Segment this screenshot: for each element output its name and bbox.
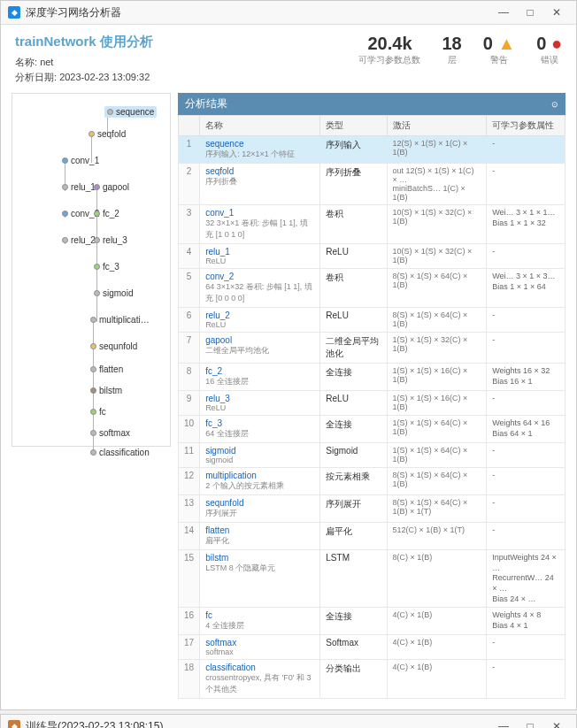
graph-node[interactable]: fc_2 bbox=[94, 209, 119, 218]
stat-warn-value: 0 bbox=[483, 34, 493, 53]
table-row[interactable]: 8fc_216 全连接层全连接1(S) × 1(S) × 16(C) × 1(B… bbox=[179, 364, 565, 391]
table-panel: 分析结果 ⊙ 名称 类型 激活 可学习参数属性 1sequence序列输入: 1… bbox=[178, 93, 565, 699]
table-row[interactable]: 9relu_3ReLUReLU1(S) × 1(S) × 16(C) × 1(B… bbox=[179, 391, 565, 416]
network-name: net bbox=[40, 57, 53, 67]
col-name[interactable]: 名称 bbox=[200, 116, 320, 136]
table-row[interactable]: 14flatten扁平化扁平化512(C) × 1(B) × 1(T)- bbox=[179, 523, 565, 550]
close-button[interactable]: ✕ bbox=[544, 4, 569, 20]
table-row[interactable]: 11sigmoidsigmoidSigmoid1(S) × 1(S) × 64(… bbox=[179, 443, 565, 468]
minimize-button[interactable]: — bbox=[491, 718, 516, 728]
table-row[interactable]: 1sequence序列输入: 12×1×1 个特征序列输入12(S) × 1(S… bbox=[179, 136, 565, 164]
graph-node[interactable]: sigmoid bbox=[94, 288, 133, 298]
stat-params-label: 可学习参数总数 bbox=[358, 54, 420, 66]
graph-node[interactable]: seqfold bbox=[88, 129, 126, 139]
stat-err-label: 错误 bbox=[536, 54, 562, 66]
graph-panel[interactable]: sequenceseqfoldconv_1relu_1gapoolconv_2f… bbox=[12, 93, 171, 447]
window-title-2: 训练导(2023-02-23 13:08:15) bbox=[26, 719, 491, 728]
maximize-button[interactable]: □ bbox=[518, 718, 542, 728]
table-title: 分析结果 bbox=[185, 96, 227, 111]
stat-params-value: 20.4k bbox=[358, 34, 420, 54]
stats-row: 20.4k可学习参数总数 18层 0 ▲警告 0 ●错误 bbox=[358, 34, 562, 66]
stat-layers-value: 18 bbox=[442, 34, 461, 54]
table-row[interactable]: 7gapool二维全局平均池化二维全局平均池化1(S) × 1(S) × 32(… bbox=[179, 333, 565, 364]
minimize-button[interactable]: — bbox=[491, 4, 516, 20]
table-row[interactable]: 13sequnfold序列展开序列展开8(S) × 1(S) × 64(C) ×… bbox=[179, 495, 565, 523]
graph-node[interactable]: fc_3 bbox=[94, 262, 119, 272]
table-row[interactable]: 15bilstmLSTM 8 个隐藏单元LSTM8(C) × 1(B)Input… bbox=[179, 550, 565, 608]
stat-warn-label: 警告 bbox=[483, 54, 515, 66]
graph-node[interactable]: sequence bbox=[104, 106, 157, 118]
graph-node[interactable]: bilstm bbox=[90, 386, 122, 395]
graph-node[interactable]: conv_1 bbox=[62, 156, 99, 165]
graph-node[interactable]: relu_3 bbox=[94, 235, 127, 245]
window-title: 深度学习网络分析器 bbox=[26, 5, 491, 20]
warning-icon: ▲ bbox=[497, 34, 515, 53]
app-icon: ◆ bbox=[8, 6, 20, 19]
titlebar-2: ◆ 训练导(2023-02-23 13:08:15) — □ ✕ bbox=[1, 715, 576, 728]
titlebar: ◆ 深度学习网络分析器 — □ ✕ bbox=[1, 1, 576, 25]
header: trainNetwork 使用分析 名称: net 分析日期: 2023-02-… bbox=[1, 25, 576, 93]
graph-node[interactable]: relu_1 bbox=[62, 182, 96, 192]
graph-node[interactable]: fc bbox=[90, 407, 106, 417]
close-button[interactable]: ✕ bbox=[544, 718, 569, 728]
stat-layers-label: 层 bbox=[442, 54, 461, 66]
stat-err-value: 0 bbox=[536, 34, 546, 53]
table-row[interactable]: 17softmaxsoftmaxSoftmax4(C) × 1(B)- bbox=[179, 635, 565, 660]
table-row[interactable]: 12multiplication2 个输入的按元素相乘按元素相乘8(S) × 1… bbox=[179, 468, 565, 495]
table-row[interactable]: 3conv_132 3×1×1 卷积: 步幅 [1 1], 填充 [1 0 1 … bbox=[179, 205, 565, 244]
page-title: trainNetwork 使用分析 bbox=[15, 34, 153, 50]
app-icon: ◆ bbox=[8, 720, 20, 728]
analysis-date: 2023-02-23 13:09:32 bbox=[59, 72, 150, 82]
network-analyzer-window: ◆ 深度学习网络分析器 — □ ✕ trainNetwork 使用分析 名称: … bbox=[0, 0, 577, 710]
layers-table: 名称 类型 激活 可学习参数属性 1sequence序列输入: 12×1×1 个… bbox=[178, 115, 565, 699]
maximize-button[interactable]: □ bbox=[518, 4, 542, 20]
graph-node[interactable]: relu_2 bbox=[62, 235, 96, 245]
graph-node[interactable]: flatten bbox=[90, 364, 123, 374]
graph-node[interactable]: classification bbox=[90, 448, 150, 457]
graph-node[interactable]: multiplicati… bbox=[90, 315, 150, 325]
table-row[interactable]: 2seqfold序列折叠序列折叠out 12(S) × 1(S) × 1(C) … bbox=[179, 164, 565, 205]
graph-node[interactable]: sequnfold bbox=[90, 341, 137, 351]
table-row[interactable]: 5conv_264 3×1×32 卷积: 步幅 [1 1], 填充 [0 0 0… bbox=[179, 269, 565, 308]
col-learn[interactable]: 可学习参数属性 bbox=[487, 116, 565, 136]
col-type[interactable]: 类型 bbox=[320, 116, 387, 136]
table-row[interactable]: 16fc4 全连接层全连接4(C) × 1(B)Weights 4 × 8Bia… bbox=[179, 608, 565, 635]
graph-node[interactable]: gapool bbox=[94, 182, 129, 192]
table-row[interactable]: 10fc_364 全连接层全连接1(S) × 1(S) × 64(C) × 1(… bbox=[179, 416, 565, 443]
collapse-icon[interactable]: ⊙ bbox=[551, 100, 558, 109]
table-header: 分析结果 ⊙ bbox=[178, 93, 565, 115]
table-row[interactable]: 4relu_1ReLUReLU10(S) × 1(S) × 32(C) × 1(… bbox=[179, 244, 565, 269]
error-icon: ● bbox=[551, 34, 562, 53]
table-row[interactable]: 18classificationcrossentropyex, 具有 'F0' … bbox=[179, 660, 565, 699]
col-idx[interactable] bbox=[179, 116, 200, 136]
table-row[interactable]: 6relu_2ReLUReLU8(S) × 1(S) × 64(C) × 1(B… bbox=[179, 308, 565, 333]
name-label: 名称: bbox=[15, 57, 37, 67]
graph-node[interactable]: softmax bbox=[90, 428, 130, 438]
training-progress-window: ◆ 训练导(2023-02-23 13:08:15) — □ ✕ 训练进度(20… bbox=[0, 714, 577, 728]
date-label: 分析日期: bbox=[15, 72, 57, 82]
col-act[interactable]: 激活 bbox=[387, 116, 487, 136]
